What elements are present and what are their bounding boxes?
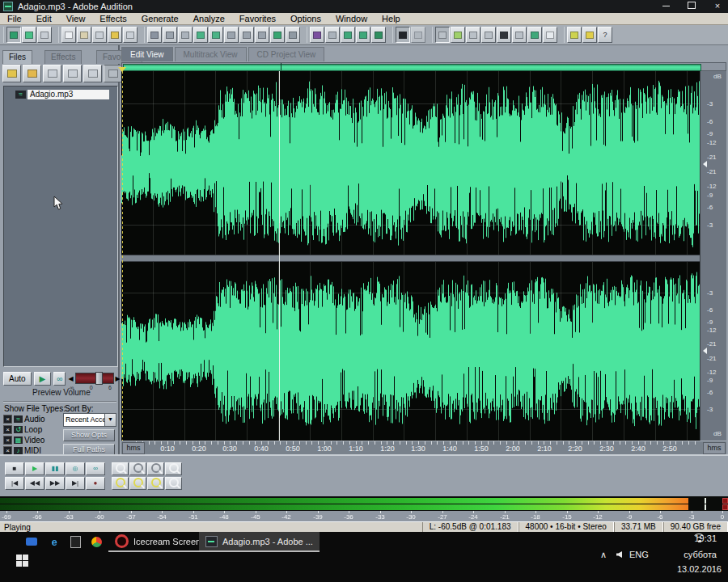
menu-window[interactable]: Window	[328, 13, 375, 24]
tab-edit-view[interactable]: Edit View	[121, 47, 173, 61]
speaker-icon[interactable]	[616, 551, 622, 558]
tab-cd-project-view[interactable]: CD Project View	[248, 47, 325, 61]
cut-button[interactable]	[178, 27, 193, 43]
menu-view[interactable]: View	[59, 13, 93, 24]
rewind-button[interactable]: ◀◀	[25, 477, 44, 490]
record-button[interactable]: ●	[86, 477, 105, 490]
loop-play-button[interactable]: ∞	[86, 462, 105, 475]
clip-indicator-right[interactable]	[722, 504, 728, 510]
delete-selection-button[interactable]	[239, 27, 254, 43]
timeline-ruler[interactable]: hms hms 0:100:200:300:400:501:001:101:20…	[121, 441, 726, 454]
show-level-meters-button[interactable]	[527, 27, 542, 43]
undo-button[interactable]	[147, 27, 162, 43]
marquee-selection-tool-button[interactable]	[411, 27, 425, 43]
insert-into-multitrack-button[interactable]	[43, 65, 61, 82]
redo-button[interactable]	[163, 27, 177, 43]
level-meter[interactable]	[0, 496, 728, 511]
menu-help[interactable]: Help	[375, 13, 408, 24]
open-folder-button[interactable]	[23, 65, 41, 82]
show-organizer-button[interactable]	[435, 27, 450, 43]
fast-forward-button[interactable]: ▶▶	[45, 477, 65, 490]
volume-slider-handle[interactable]	[95, 372, 103, 385]
pause-button[interactable]: ▮▮	[45, 462, 65, 475]
clock-time[interactable]: 19:31	[694, 534, 717, 543]
restore-button[interactable]	[681, 0, 702, 13]
start-button[interactable]	[16, 555, 28, 567]
stop-button[interactable]: ■	[5, 462, 24, 475]
menu-favorites[interactable]: Favorites	[232, 13, 283, 24]
play-button[interactable]: ▶	[25, 462, 44, 475]
zoom-to-selection-button[interactable]	[147, 462, 164, 475]
revert-file-button[interactable]	[123, 27, 138, 43]
zoom-out-right-edge-button[interactable]	[165, 477, 182, 490]
show-transport-button[interactable]	[466, 27, 480, 43]
cue-list-button[interactable]	[341, 27, 355, 43]
auto-play-button[interactable]: Auto	[3, 372, 32, 386]
preview-loop-button[interactable]: ∞	[53, 372, 66, 386]
show-cue-list-button[interactable]	[451, 27, 465, 43]
save-as-button[interactable]	[108, 27, 122, 43]
menu-analyze[interactable]: Analyze	[186, 13, 232, 24]
mix-paste-button[interactable]	[224, 27, 239, 43]
zoom-out-button[interactable]	[129, 462, 146, 475]
amplitude-ruler[interactable]: dBdB-3-3-6-6-9-9-12-12-21-21-3-3-6-6-9-9…	[700, 71, 726, 441]
chevron-down-icon[interactable]: ▼	[104, 414, 116, 426]
help-button[interactable]: ?	[598, 27, 612, 43]
waveform-view-button[interactable]	[6, 27, 21, 43]
import-file-button[interactable]	[2, 65, 21, 82]
save-file-button[interactable]	[92, 27, 107, 43]
tab-multitrack-view[interactable]: Multitrack View	[175, 47, 247, 61]
checkbox-audio[interactable]: ×	[3, 415, 12, 424]
trim-button[interactable]	[255, 27, 269, 43]
waveform-display[interactable]	[121, 71, 700, 441]
menu-edit[interactable]: Edit	[29, 13, 59, 24]
show-sel-view-button[interactable]	[512, 27, 527, 43]
menu-generate[interactable]: Generate	[134, 13, 186, 24]
copy-button[interactable]	[193, 27, 208, 43]
insert-into-cd-project-button[interactable]	[63, 65, 82, 82]
chrome-icon[interactable]	[89, 535, 104, 548]
go-to-end-button[interactable]: ▶|	[66, 477, 85, 490]
clip-indicator-left[interactable]	[722, 498, 728, 504]
menu-options[interactable]: Options	[283, 13, 328, 24]
timeline-unit-right[interactable]: hms	[703, 442, 726, 454]
organizer-tab-files[interactable]: Files	[2, 50, 32, 64]
play-to-end-button[interactable]: ◎	[66, 462, 85, 475]
file-list[interactable]: ≈Adagio.mp3	[3, 86, 118, 367]
preview-volume-slider[interactable]	[75, 373, 114, 384]
favorites-tool-button[interactable]	[582, 27, 597, 43]
zoom-out-horizontal-button[interactable]	[129, 477, 146, 490]
tray-chevron-icon[interactable]: ∧	[600, 550, 607, 560]
language-indicator[interactable]: ENG	[629, 550, 649, 559]
show-placekeeper-button[interactable]	[543, 27, 557, 43]
overview-bar[interactable]	[121, 62, 726, 71]
organizer-tab-effects[interactable]: Effects	[44, 50, 82, 64]
close-button[interactable]: ×	[707, 0, 728, 13]
zoom-vertical-button[interactable]	[147, 477, 164, 490]
zoom-in-button[interactable]	[112, 462, 129, 475]
menu-file[interactable]: File	[0, 13, 29, 24]
edge-icon[interactable]: e	[47, 535, 61, 548]
cd-project-view-button[interactable]	[37, 27, 52, 43]
preview-play-button[interactable]: ▶	[34, 372, 52, 386]
checkbox-loop[interactable]: ×	[3, 425, 12, 434]
overview-waveform-range[interactable]	[123, 64, 701, 71]
time-selection-tool-button[interactable]	[396, 27, 410, 43]
calculator-icon[interactable]	[68, 535, 83, 548]
batch-process-button[interactable]	[286, 27, 300, 43]
checkbox-midi[interactable]: ×	[3, 446, 12, 455]
convert-sample-type-button[interactable]	[270, 27, 285, 43]
spectral-view-button[interactable]	[310, 27, 324, 43]
pinned-app-icon[interactable]	[24, 535, 39, 548]
sort-dropdown[interactable]: Recent Acce ▼	[63, 413, 116, 427]
show-zoom-controls-button[interactable]	[481, 27, 496, 43]
menu-effects[interactable]: Effects	[92, 13, 133, 24]
play-list-button[interactable]	[356, 27, 370, 43]
zoom-in-right-edge-button[interactable]	[165, 462, 182, 475]
taskbar-app-1[interactable]: Adagio.mp3 - Adobe ...	[199, 532, 320, 552]
open-file-button[interactable]	[77, 27, 91, 43]
remove-file-button[interactable]	[83, 65, 102, 82]
volume-right-arrow-icon[interactable]: ▶	[116, 375, 121, 382]
minimize-button[interactable]	[655, 0, 676, 13]
file-item[interactable]: ≈Adagio.mp3	[15, 89, 109, 100]
